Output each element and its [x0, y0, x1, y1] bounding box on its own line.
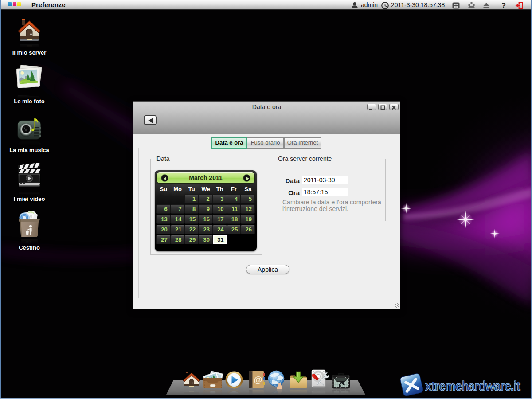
svg-text:xtremehardware.it: xtremehardware.it [425, 379, 520, 393]
svg-text:@: @ [254, 375, 262, 384]
svg-text:?: ? [501, 1, 506, 10]
